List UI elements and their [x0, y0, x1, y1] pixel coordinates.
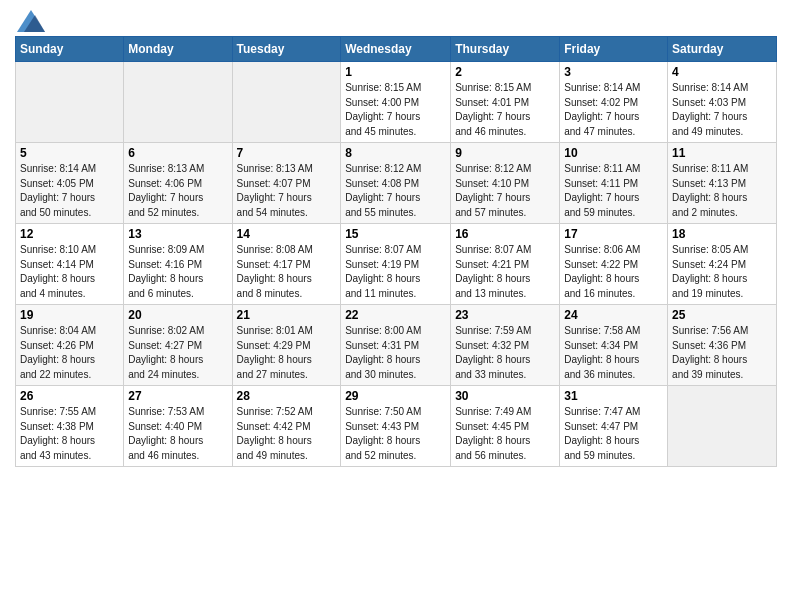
calendar-cell: 19Sunrise: 8:04 AM Sunset: 4:26 PM Dayli… — [16, 305, 124, 386]
day-info: Sunrise: 7:56 AM Sunset: 4:36 PM Dayligh… — [672, 324, 772, 382]
calendar-cell: 20Sunrise: 8:02 AM Sunset: 4:27 PM Dayli… — [124, 305, 232, 386]
calendar-cell: 8Sunrise: 8:12 AM Sunset: 4:08 PM Daylig… — [341, 143, 451, 224]
day-number: 7 — [237, 146, 337, 160]
calendar-week-5: 26Sunrise: 7:55 AM Sunset: 4:38 PM Dayli… — [16, 386, 777, 467]
calendar-cell: 12Sunrise: 8:10 AM Sunset: 4:14 PM Dayli… — [16, 224, 124, 305]
calendar-cell: 3Sunrise: 8:14 AM Sunset: 4:02 PM Daylig… — [560, 62, 668, 143]
day-number: 18 — [672, 227, 772, 241]
day-info: Sunrise: 8:13 AM Sunset: 4:06 PM Dayligh… — [128, 162, 227, 220]
calendar-cell: 25Sunrise: 7:56 AM Sunset: 4:36 PM Dayli… — [668, 305, 777, 386]
calendar-header-saturday: Saturday — [668, 37, 777, 62]
calendar-cell: 11Sunrise: 8:11 AM Sunset: 4:13 PM Dayli… — [668, 143, 777, 224]
day-info: Sunrise: 7:58 AM Sunset: 4:34 PM Dayligh… — [564, 324, 663, 382]
calendar-header-monday: Monday — [124, 37, 232, 62]
day-info: Sunrise: 8:11 AM Sunset: 4:13 PM Dayligh… — [672, 162, 772, 220]
day-info: Sunrise: 8:06 AM Sunset: 4:22 PM Dayligh… — [564, 243, 663, 301]
calendar-week-2: 5Sunrise: 8:14 AM Sunset: 4:05 PM Daylig… — [16, 143, 777, 224]
day-number: 19 — [20, 308, 119, 322]
day-number: 5 — [20, 146, 119, 160]
header — [15, 10, 777, 28]
day-number: 28 — [237, 389, 337, 403]
calendar-week-4: 19Sunrise: 8:04 AM Sunset: 4:26 PM Dayli… — [16, 305, 777, 386]
day-info: Sunrise: 8:13 AM Sunset: 4:07 PM Dayligh… — [237, 162, 337, 220]
day-info: Sunrise: 8:12 AM Sunset: 4:08 PM Dayligh… — [345, 162, 446, 220]
day-number: 27 — [128, 389, 227, 403]
day-number: 29 — [345, 389, 446, 403]
day-info: Sunrise: 8:12 AM Sunset: 4:10 PM Dayligh… — [455, 162, 555, 220]
calendar-cell — [668, 386, 777, 467]
day-number: 4 — [672, 65, 772, 79]
day-number: 10 — [564, 146, 663, 160]
day-info: Sunrise: 8:01 AM Sunset: 4:29 PM Dayligh… — [237, 324, 337, 382]
calendar-cell: 14Sunrise: 8:08 AM Sunset: 4:17 PM Dayli… — [232, 224, 341, 305]
calendar-cell: 27Sunrise: 7:53 AM Sunset: 4:40 PM Dayli… — [124, 386, 232, 467]
day-info: Sunrise: 8:14 AM Sunset: 4:02 PM Dayligh… — [564, 81, 663, 139]
calendar-header-sunday: Sunday — [16, 37, 124, 62]
day-info: Sunrise: 8:14 AM Sunset: 4:03 PM Dayligh… — [672, 81, 772, 139]
day-info: Sunrise: 8:05 AM Sunset: 4:24 PM Dayligh… — [672, 243, 772, 301]
calendar-week-3: 12Sunrise: 8:10 AM Sunset: 4:14 PM Dayli… — [16, 224, 777, 305]
calendar-cell: 21Sunrise: 8:01 AM Sunset: 4:29 PM Dayli… — [232, 305, 341, 386]
calendar-cell: 4Sunrise: 8:14 AM Sunset: 4:03 PM Daylig… — [668, 62, 777, 143]
day-number: 9 — [455, 146, 555, 160]
day-info: Sunrise: 7:49 AM Sunset: 4:45 PM Dayligh… — [455, 405, 555, 463]
day-number: 30 — [455, 389, 555, 403]
day-info: Sunrise: 8:07 AM Sunset: 4:21 PM Dayligh… — [455, 243, 555, 301]
calendar-cell: 18Sunrise: 8:05 AM Sunset: 4:24 PM Dayli… — [668, 224, 777, 305]
calendar-cell — [232, 62, 341, 143]
day-number: 1 — [345, 65, 446, 79]
day-number: 13 — [128, 227, 227, 241]
calendar-header-tuesday: Tuesday — [232, 37, 341, 62]
day-number: 8 — [345, 146, 446, 160]
day-info: Sunrise: 8:08 AM Sunset: 4:17 PM Dayligh… — [237, 243, 337, 301]
day-number: 23 — [455, 308, 555, 322]
calendar-cell — [16, 62, 124, 143]
day-info: Sunrise: 7:47 AM Sunset: 4:47 PM Dayligh… — [564, 405, 663, 463]
calendar-cell: 2Sunrise: 8:15 AM Sunset: 4:01 PM Daylig… — [451, 62, 560, 143]
day-info: Sunrise: 8:04 AM Sunset: 4:26 PM Dayligh… — [20, 324, 119, 382]
calendar-cell: 23Sunrise: 7:59 AM Sunset: 4:32 PM Dayli… — [451, 305, 560, 386]
day-number: 24 — [564, 308, 663, 322]
page-container: SundayMondayTuesdayWednesdayThursdayFrid… — [0, 0, 792, 612]
calendar-cell: 29Sunrise: 7:50 AM Sunset: 4:43 PM Dayli… — [341, 386, 451, 467]
day-number: 2 — [455, 65, 555, 79]
calendar-cell: 16Sunrise: 8:07 AM Sunset: 4:21 PM Dayli… — [451, 224, 560, 305]
day-info: Sunrise: 8:09 AM Sunset: 4:16 PM Dayligh… — [128, 243, 227, 301]
day-info: Sunrise: 7:52 AM Sunset: 4:42 PM Dayligh… — [237, 405, 337, 463]
calendar-cell — [124, 62, 232, 143]
day-info: Sunrise: 8:15 AM Sunset: 4:01 PM Dayligh… — [455, 81, 555, 139]
day-number: 31 — [564, 389, 663, 403]
day-info: Sunrise: 7:53 AM Sunset: 4:40 PM Dayligh… — [128, 405, 227, 463]
calendar-cell: 7Sunrise: 8:13 AM Sunset: 4:07 PM Daylig… — [232, 143, 341, 224]
calendar-cell: 1Sunrise: 8:15 AM Sunset: 4:00 PM Daylig… — [341, 62, 451, 143]
calendar-cell: 13Sunrise: 8:09 AM Sunset: 4:16 PM Dayli… — [124, 224, 232, 305]
calendar-cell: 5Sunrise: 8:14 AM Sunset: 4:05 PM Daylig… — [16, 143, 124, 224]
calendar-table: SundayMondayTuesdayWednesdayThursdayFrid… — [15, 36, 777, 467]
day-info: Sunrise: 8:02 AM Sunset: 4:27 PM Dayligh… — [128, 324, 227, 382]
calendar-header-friday: Friday — [560, 37, 668, 62]
day-info: Sunrise: 7:55 AM Sunset: 4:38 PM Dayligh… — [20, 405, 119, 463]
day-number: 26 — [20, 389, 119, 403]
calendar-week-1: 1Sunrise: 8:15 AM Sunset: 4:00 PM Daylig… — [16, 62, 777, 143]
day-number: 12 — [20, 227, 119, 241]
day-info: Sunrise: 8:11 AM Sunset: 4:11 PM Dayligh… — [564, 162, 663, 220]
calendar-cell: 6Sunrise: 8:13 AM Sunset: 4:06 PM Daylig… — [124, 143, 232, 224]
day-number: 16 — [455, 227, 555, 241]
day-info: Sunrise: 7:59 AM Sunset: 4:32 PM Dayligh… — [455, 324, 555, 382]
logo — [15, 10, 45, 28]
calendar-cell: 22Sunrise: 8:00 AM Sunset: 4:31 PM Dayli… — [341, 305, 451, 386]
day-number: 15 — [345, 227, 446, 241]
day-number: 17 — [564, 227, 663, 241]
day-info: Sunrise: 8:00 AM Sunset: 4:31 PM Dayligh… — [345, 324, 446, 382]
day-number: 14 — [237, 227, 337, 241]
day-info: Sunrise: 8:14 AM Sunset: 4:05 PM Dayligh… — [20, 162, 119, 220]
calendar-cell: 17Sunrise: 8:06 AM Sunset: 4:22 PM Dayli… — [560, 224, 668, 305]
calendar-cell: 30Sunrise: 7:49 AM Sunset: 4:45 PM Dayli… — [451, 386, 560, 467]
day-number: 11 — [672, 146, 772, 160]
day-info: Sunrise: 8:15 AM Sunset: 4:00 PM Dayligh… — [345, 81, 446, 139]
day-info: Sunrise: 8:07 AM Sunset: 4:19 PM Dayligh… — [345, 243, 446, 301]
day-number: 22 — [345, 308, 446, 322]
calendar-cell: 9Sunrise: 8:12 AM Sunset: 4:10 PM Daylig… — [451, 143, 560, 224]
calendar-cell: 10Sunrise: 8:11 AM Sunset: 4:11 PM Dayli… — [560, 143, 668, 224]
logo-icon — [17, 10, 45, 32]
